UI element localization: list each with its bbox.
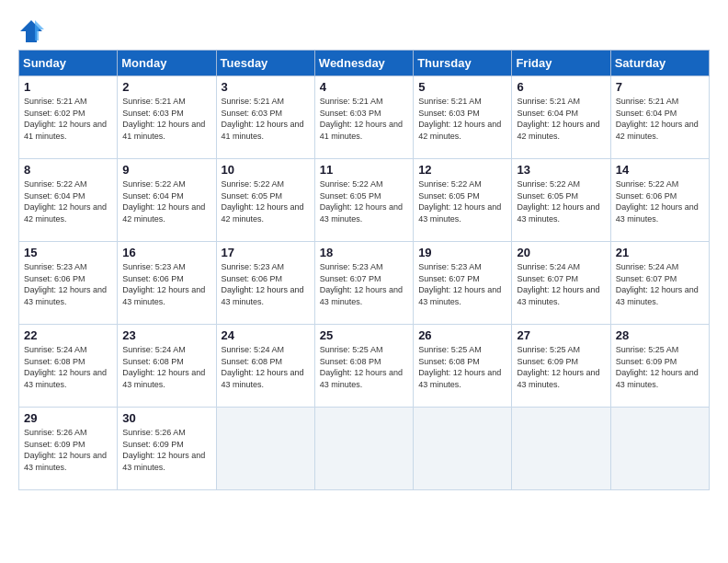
logo	[18, 18, 48, 44]
day-info: Sunrise: 5:23 AMSunset: 6:07 PMDaylight:…	[320, 262, 403, 306]
day-number: 27	[517, 328, 605, 342]
calendar-day-cell: 24Sunrise: 5:24 AMSunset: 6:08 PMDayligh…	[216, 325, 314, 408]
day-number: 4	[320, 80, 408, 94]
day-info: Sunrise: 5:22 AMSunset: 6:05 PMDaylight:…	[418, 179, 501, 224]
calendar-day-cell: 1Sunrise: 5:21 AMSunset: 6:02 PMDaylight…	[19, 76, 118, 159]
day-number: 28	[616, 328, 704, 342]
day-info: Sunrise: 5:21 AMSunset: 6:03 PMDaylight:…	[222, 97, 304, 141]
calendar-day-cell: 18Sunrise: 5:23 AMSunset: 6:07 PMDayligh…	[314, 242, 413, 325]
day-number: 11	[320, 163, 408, 177]
logo-icon	[18, 18, 44, 44]
calendar-week-row: 22Sunrise: 5:24 AMSunset: 6:08 PMDayligh…	[19, 325, 710, 408]
day-number: 22	[24, 328, 112, 342]
day-info: Sunrise: 5:23 AMSunset: 6:06 PMDaylight:…	[122, 262, 205, 306]
day-number: 1	[24, 80, 112, 94]
day-info: Sunrise: 5:21 AMSunset: 6:02 PMDaylight:…	[24, 97, 107, 141]
calendar-day-cell: 11Sunrise: 5:22 AMSunset: 6:05 PMDayligh…	[314, 159, 413, 242]
day-info: Sunrise: 5:25 AMSunset: 6:09 PMDaylight:…	[517, 345, 599, 389]
weekday-header: Tuesday	[216, 51, 314, 76]
calendar-day-cell: 13Sunrise: 5:22 AMSunset: 6:05 PMDayligh…	[512, 159, 610, 242]
day-info: Sunrise: 5:24 AMSunset: 6:08 PMDaylight:…	[24, 345, 107, 389]
calendar-day-cell: 23Sunrise: 5:24 AMSunset: 6:08 PMDayligh…	[118, 325, 216, 408]
calendar-day-cell	[414, 408, 512, 490]
calendar-day-cell: 7Sunrise: 5:21 AMSunset: 6:04 PMDaylight…	[610, 76, 709, 159]
day-number: 21	[616, 246, 704, 259]
calendar-day-cell: 5Sunrise: 5:21 AMSunset: 6:03 PMDaylight…	[414, 76, 512, 159]
day-info: Sunrise: 5:22 AMSunset: 6:04 PMDaylight:…	[122, 179, 205, 224]
calendar-day-cell: 26Sunrise: 5:25 AMSunset: 6:08 PMDayligh…	[414, 325, 512, 408]
calendar-day-cell	[314, 408, 413, 490]
day-number: 5	[418, 80, 506, 94]
day-number: 29	[24, 411, 112, 425]
day-info: Sunrise: 5:24 AMSunset: 6:07 PMDaylight:…	[517, 262, 599, 306]
day-info: Sunrise: 5:24 AMSunset: 6:07 PMDaylight:…	[616, 262, 699, 306]
calendar-day-cell: 25Sunrise: 5:25 AMSunset: 6:08 PMDayligh…	[314, 325, 413, 408]
day-info: Sunrise: 5:21 AMSunset: 6:03 PMDaylight:…	[418, 97, 501, 141]
day-number: 15	[24, 246, 112, 259]
day-number: 2	[122, 80, 210, 94]
calendar-day-cell: 28Sunrise: 5:25 AMSunset: 6:09 PMDayligh…	[610, 325, 709, 408]
weekday-header: Friday	[512, 51, 610, 76]
calendar-day-cell: 22Sunrise: 5:24 AMSunset: 6:08 PMDayligh…	[19, 325, 118, 408]
day-number: 18	[320, 246, 408, 259]
day-info: Sunrise: 5:22 AMSunset: 6:05 PMDaylight:…	[320, 179, 403, 224]
calendar-day-cell: 19Sunrise: 5:23 AMSunset: 6:07 PMDayligh…	[414, 242, 512, 325]
day-info: Sunrise: 5:26 AMSunset: 6:09 PMDaylight:…	[122, 428, 205, 472]
day-info: Sunrise: 5:21 AMSunset: 6:04 PMDaylight:…	[517, 97, 599, 141]
day-number: 30	[122, 411, 210, 425]
day-number: 16	[122, 246, 210, 259]
day-info: Sunrise: 5:23 AMSunset: 6:06 PMDaylight:…	[24, 262, 107, 306]
day-info: Sunrise: 5:25 AMSunset: 6:08 PMDaylight:…	[418, 345, 501, 389]
calendar-table: SundayMondayTuesdayWednesdayThursdayFrid…	[18, 50, 710, 490]
calendar-day-cell: 29Sunrise: 5:26 AMSunset: 6:09 PMDayligh…	[19, 408, 118, 490]
day-number: 19	[418, 246, 506, 259]
svg-marker-0	[20, 20, 42, 42]
day-number: 17	[222, 246, 310, 259]
calendar-day-cell: 15Sunrise: 5:23 AMSunset: 6:06 PMDayligh…	[19, 242, 118, 325]
day-number: 8	[24, 163, 112, 177]
day-number: 14	[616, 163, 704, 177]
day-number: 13	[517, 163, 605, 177]
day-info: Sunrise: 5:24 AMSunset: 6:08 PMDaylight:…	[222, 345, 304, 389]
calendar-day-cell: 30Sunrise: 5:26 AMSunset: 6:09 PMDayligh…	[118, 408, 216, 490]
day-info: Sunrise: 5:25 AMSunset: 6:09 PMDaylight:…	[616, 345, 699, 389]
page-header	[18, 18, 710, 44]
weekday-header: Wednesday	[314, 51, 413, 76]
calendar-day-cell: 3Sunrise: 5:21 AMSunset: 6:03 PMDaylight…	[216, 76, 314, 159]
day-info: Sunrise: 5:25 AMSunset: 6:08 PMDaylight:…	[320, 345, 403, 389]
weekday-header: Sunday	[19, 51, 118, 76]
calendar-header-row: SundayMondayTuesdayWednesdayThursdayFrid…	[19, 51, 710, 76]
calendar-day-cell: 9Sunrise: 5:22 AMSunset: 6:04 PMDaylight…	[118, 159, 216, 242]
calendar-day-cell	[610, 408, 709, 490]
calendar-day-cell: 20Sunrise: 5:24 AMSunset: 6:07 PMDayligh…	[512, 242, 610, 325]
day-number: 24	[222, 328, 310, 342]
calendar-day-cell: 14Sunrise: 5:22 AMSunset: 6:06 PMDayligh…	[610, 159, 709, 242]
calendar-week-row: 1Sunrise: 5:21 AMSunset: 6:02 PMDaylight…	[19, 76, 710, 159]
day-number: 12	[418, 163, 506, 177]
calendar-day-cell	[216, 408, 314, 490]
weekday-header: Thursday	[414, 51, 512, 76]
weekday-header: Saturday	[610, 51, 709, 76]
day-info: Sunrise: 5:21 AMSunset: 6:04 PMDaylight:…	[616, 97, 699, 141]
day-info: Sunrise: 5:26 AMSunset: 6:09 PMDaylight:…	[24, 428, 107, 472]
day-number: 3	[222, 80, 310, 94]
calendar-week-row: 15Sunrise: 5:23 AMSunset: 6:06 PMDayligh…	[19, 242, 710, 325]
day-number: 23	[122, 328, 210, 342]
day-info: Sunrise: 5:22 AMSunset: 6:06 PMDaylight:…	[616, 179, 699, 224]
calendar-day-cell: 10Sunrise: 5:22 AMSunset: 6:05 PMDayligh…	[216, 159, 314, 242]
day-info: Sunrise: 5:21 AMSunset: 6:03 PMDaylight:…	[122, 97, 205, 141]
day-number: 25	[320, 328, 408, 342]
day-info: Sunrise: 5:22 AMSunset: 6:05 PMDaylight:…	[517, 179, 599, 224]
day-number: 10	[222, 163, 310, 177]
calendar-day-cell: 21Sunrise: 5:24 AMSunset: 6:07 PMDayligh…	[610, 242, 709, 325]
weekday-header: Monday	[118, 51, 216, 76]
day-number: 9	[122, 163, 210, 177]
day-number: 7	[616, 80, 704, 94]
calendar-day-cell: 12Sunrise: 5:22 AMSunset: 6:05 PMDayligh…	[414, 159, 512, 242]
calendar-week-row: 8Sunrise: 5:22 AMSunset: 6:04 PMDaylight…	[19, 159, 710, 242]
calendar-day-cell: 6Sunrise: 5:21 AMSunset: 6:04 PMDaylight…	[512, 76, 610, 159]
day-info: Sunrise: 5:23 AMSunset: 6:07 PMDaylight:…	[418, 262, 501, 306]
calendar-day-cell	[512, 408, 610, 490]
calendar-day-cell: 8Sunrise: 5:22 AMSunset: 6:04 PMDaylight…	[19, 159, 118, 242]
day-info: Sunrise: 5:22 AMSunset: 6:04 PMDaylight:…	[24, 179, 107, 224]
